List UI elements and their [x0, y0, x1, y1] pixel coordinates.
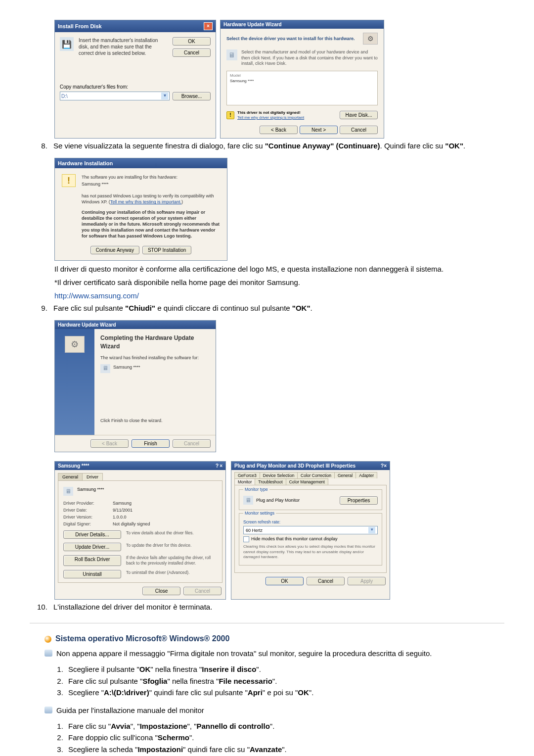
win2000-list1: Scegliere il pulsante "OK" nella finestr…	[55, 663, 504, 698]
huwc-p2: Click Finish to close the wizard.	[100, 418, 210, 424]
driver-action-button[interactable]: Update Driver...	[63, 543, 121, 551]
huw-warning-bold: This driver is not digitally signed!	[237, 110, 337, 115]
warning-icon: !	[226, 111, 234, 119]
have-disk-button[interactable]: Have Disk...	[340, 111, 378, 119]
pnp-tab[interactable]: Adapter	[356, 472, 377, 478]
ifd-instruction: Insert the manufacturer's installation d…	[79, 37, 168, 57]
ifd-path-combo[interactable]: D:\ ▾	[60, 92, 170, 100]
hardware-update-wizard-select: Hardware Update Wizard Select the device…	[220, 20, 384, 139]
monitor-icon: 🖥	[63, 487, 73, 496]
driver-action-button[interactable]: Uninstall	[63, 570, 121, 578]
hi-link[interactable]: Tell me why this testing is important.	[110, 199, 181, 204]
pnp-tab[interactable]: Color Correction	[297, 472, 335, 478]
driver-actions: Driver Details...To view details about t…	[63, 530, 217, 578]
driver-info-row: Digital Signer:Not digitally signed	[63, 521, 217, 526]
driver-action-button[interactable]: Driver Details...	[63, 530, 121, 539]
monitor-icon: 🖥	[243, 496, 253, 505]
pnp-tab[interactable]: Device Selection	[260, 472, 298, 478]
monitor-type-group: Monitor type 🖥 Plug and Play Monitor Pro…	[239, 489, 382, 510]
driver-action-desc: If the device fails after updating the d…	[126, 555, 217, 566]
cancel-button[interactable]: Cancel	[340, 126, 378, 134]
driver-info-label: Driver Provider:	[63, 501, 108, 506]
model-list[interactable]: Model Samsung ****	[226, 71, 378, 105]
samsung-link[interactable]: http://www.samsung.com/	[54, 291, 139, 300]
close-button[interactable]: Close	[142, 587, 180, 595]
hi-strong: Continuing your installation of this sof…	[82, 209, 220, 239]
stop-installation-button[interactable]: STOP Installation	[142, 246, 191, 254]
monitor-icon: 🖥	[226, 49, 237, 60]
driver-action-desc: To view details about the driver files.	[126, 530, 217, 539]
win2000-para1: Non appena appare il messaggio "Firma di…	[56, 648, 432, 659]
pnp-tabs: GeForce3Device SelectionColor Correction…	[234, 472, 387, 485]
hi-title: Hardware Installation	[55, 158, 227, 168]
ifd-copy-label: Copy manufacturer's files from:	[60, 84, 211, 90]
help-icon[interactable]: ?	[216, 463, 219, 469]
driver-action-desc: To uninstall the driver (Advanced).	[126, 570, 217, 578]
refresh-combo[interactable]: 60 Hertz ▾	[243, 526, 378, 534]
properties-button[interactable]: Properties	[340, 496, 378, 505]
ok-button[interactable]: OK	[173, 37, 211, 46]
pnp-properties-dialog: Plug and Play Monitor and 3D Prophet III…	[231, 461, 390, 600]
bullet-icon	[44, 707, 52, 713]
cancel-button[interactable]: Cancel	[173, 48, 211, 57]
hide-modes-checkbox[interactable]: Hide modes that this monitor cannot disp…	[243, 536, 378, 542]
model-list-row[interactable]: Samsung ****	[230, 79, 374, 83]
bullet-icon	[44, 650, 52, 657]
cancel-button: Cancel	[173, 439, 211, 448]
driver-action-desc: To update the driver for this device.	[126, 543, 217, 551]
chevron-down-icon: ▾	[161, 93, 168, 99]
post-hi-p1: Il driver di questo monitor è conforme a…	[54, 264, 504, 274]
next-button[interactable]: Next >	[300, 126, 338, 134]
monitor-settings-group: Monitor settings Screen refresh rate: 60…	[239, 513, 382, 565]
pnp-title: Plug and Play Monitor and 3D Prophet III…	[234, 463, 356, 469]
hi-device: Samsung ****	[82, 181, 220, 187]
continue-anyway-button[interactable]: Continue Anyway	[90, 246, 139, 254]
close-icon[interactable]: ×	[220, 463, 222, 469]
pnp-tab[interactable]: GeForce3	[234, 472, 260, 478]
close-icon[interactable]: ×	[384, 463, 387, 469]
browse-button[interactable]: Browse...	[173, 92, 211, 100]
monitor-icon: 🖥	[100, 364, 110, 373]
checkbox-icon	[243, 536, 249, 542]
pnp-tab[interactable]: Troubleshoot	[255, 478, 286, 485]
hardware-installation-dialog: Hardware Installation ! The software you…	[54, 158, 227, 261]
post-hi-p2: *Il driver certificato sarà disponibile …	[54, 277, 504, 287]
list-item: Scegliere la scheda "Impostazioni" quind…	[65, 744, 504, 755]
pnp-tab[interactable]: General	[334, 472, 356, 478]
refresh-value: 60 Hertz	[246, 528, 263, 533]
list-item: Fare clic sul pulsante "Sfoglia" nella f…	[65, 675, 504, 687]
driver-action-button[interactable]: Roll Back Driver	[63, 555, 121, 566]
bullet-icon	[44, 636, 51, 643]
wizard-icon: ⚙	[65, 336, 85, 353]
model-list-header: Model	[230, 73, 374, 78]
drv-title: Samsung ****	[58, 463, 89, 469]
pnp-tab[interactable]: Color Management	[286, 478, 328, 485]
driver-action-row: Roll Back DriverIf the device fails afte…	[63, 555, 217, 566]
driver-info-label: Driver Date:	[63, 508, 108, 513]
list-item: Scegliere il pulsante "OK" nella finestr…	[65, 663, 504, 675]
huw-title: Hardware Update Wizard	[221, 20, 384, 29]
driver-info-value: Samsung	[113, 501, 132, 506]
finish-button[interactable]: Finish	[132, 439, 170, 448]
back-button[interactable]: < Back	[260, 126, 298, 134]
cancel-button: Cancel	[183, 587, 222, 595]
tab-general[interactable]: General	[58, 473, 83, 480]
driver-action-row: Driver Details...To view details about t…	[63, 530, 217, 539]
driver-info-row: Driver Version:1.0.0.0	[63, 515, 217, 520]
tab-driver[interactable]: Driver	[82, 473, 103, 480]
hardware-update-wizard-complete: Hardware Update Wizard ⚙ Completing the …	[54, 320, 216, 452]
huw-warning-link[interactable]: Tell me why driver signing is important	[237, 115, 304, 120]
driver-info-label: Driver Version:	[63, 515, 108, 520]
ok-button[interactable]: OK	[266, 577, 304, 585]
hide-modes-note: Clearing this check box allows you to se…	[243, 544, 378, 560]
titlebar-icons: ?×	[215, 463, 222, 469]
driver-info-row: Driver Provider:Samsung	[63, 501, 217, 506]
win2000-heading-row: Sistema operativo Microsoft® Windows® 20…	[44, 634, 504, 643]
huwc-title: Hardware Update Wizard	[55, 321, 216, 329]
cancel-button[interactable]: Cancel	[307, 577, 345, 585]
ifd-path-value: D:\	[61, 94, 161, 99]
pnp-tab[interactable]: Monitor	[234, 478, 255, 485]
driver-action-row: Update Driver...To update the driver for…	[63, 543, 217, 551]
close-icon[interactable]: ×	[204, 22, 213, 30]
step-9: Fare clic sul pulsante "Chiudi" e quindi…	[49, 303, 504, 313]
